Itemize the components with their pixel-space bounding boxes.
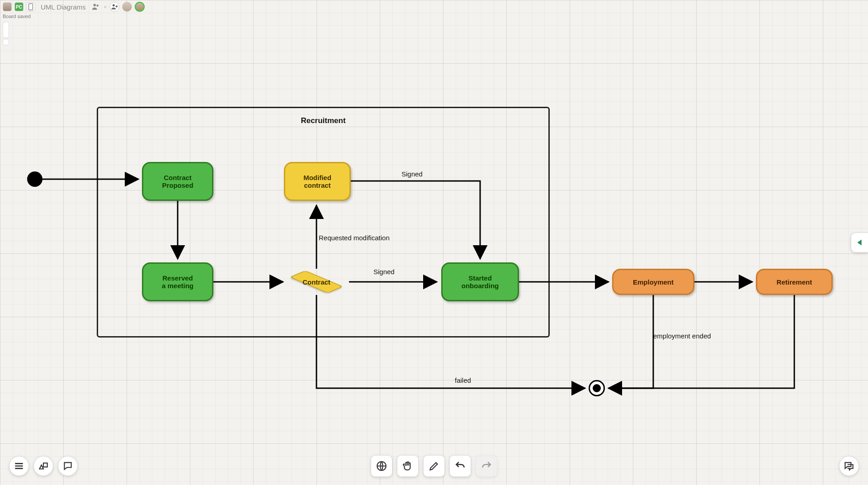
shapes-button[interactable]: [33, 456, 53, 476]
node-retirement[interactable]: Retirement: [756, 269, 833, 295]
node-label: Started onboarding: [462, 274, 499, 290]
diagram-layer: Recruitment Contract Proposed Modified c…: [0, 0, 868, 485]
node-reserved-meeting[interactable]: Reserved a meeting: [142, 262, 213, 301]
side-panel-toggle[interactable]: [851, 233, 868, 252]
bottom-left-toolbar: [9, 456, 78, 476]
end-node[interactable]: [589, 380, 605, 396]
node-modified-contract[interactable]: Modified contract: [284, 162, 351, 201]
edge-label-signed-mid: Signed: [373, 268, 395, 276]
node-contract-decision[interactable]: Contract: [289, 271, 344, 293]
edge-label-employment-ended: employment ended: [653, 332, 711, 340]
menu-button[interactable]: [9, 456, 29, 476]
edge-label-signed-top: Signed: [401, 170, 423, 178]
frame-title: Recruitment: [98, 116, 548, 125]
node-label: Employment: [633, 278, 674, 286]
redo-button[interactable]: [476, 455, 497, 477]
draw-button[interactable]: [423, 455, 445, 477]
node-label: Reserved a meeting: [162, 274, 193, 290]
svg-rect-4: [43, 463, 47, 467]
bottom-right-toolbar: [839, 456, 859, 476]
comments-button[interactable]: [58, 456, 78, 476]
recruitment-frame[interactable]: Recruitment: [97, 107, 550, 338]
undo-button[interactable]: [449, 455, 471, 477]
node-contract-proposed[interactable]: Contract Proposed: [142, 162, 213, 201]
node-employment[interactable]: Employment: [612, 269, 694, 295]
globe-button[interactable]: [371, 455, 392, 477]
chat-button[interactable]: [839, 456, 859, 476]
bottom-center-toolbar: [371, 455, 497, 477]
edge-label-failed: failed: [455, 376, 471, 384]
start-node[interactable]: [27, 171, 42, 187]
edge-label-requested-mod: Requested modification: [319, 234, 390, 242]
node-label: Contract: [289, 271, 344, 293]
node-label: Retirement: [777, 278, 812, 286]
node-label: Modified contract: [303, 174, 331, 189]
node-started-onboarding[interactable]: Started onboarding: [441, 262, 519, 301]
pan-button[interactable]: [397, 455, 419, 477]
node-label: Contract Proposed: [162, 174, 193, 189]
